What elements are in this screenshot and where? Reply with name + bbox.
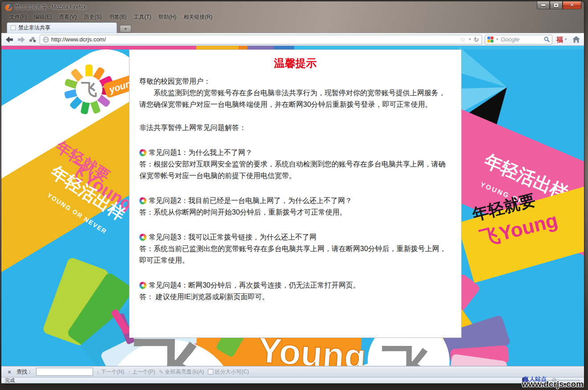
notice-greeting: 尊敬的校园宽带用户： xyxy=(139,76,451,87)
svg-text:飞: 飞 xyxy=(382,340,435,366)
menu-item-bookmarks[interactable]: 书签(B) xyxy=(105,12,130,22)
menu-item-tools[interactable]: 工具(T) xyxy=(130,12,154,22)
url-dropdown-icon[interactable]: ▼ xyxy=(468,38,471,41)
home-button[interactable] xyxy=(572,35,580,44)
match-case-checkbox[interactable]: 区分大小写(C) xyxy=(208,368,249,376)
down-arrow-icon: ↓ xyxy=(97,369,100,375)
faq-answer: 答：系统从你断网的时间开始30分钟后，重新拨号才可正常使用。 xyxy=(139,207,451,218)
find-next-button[interactable]: ↓ 下一个(N) xyxy=(97,368,124,376)
svg-text:飞: 飞 xyxy=(81,80,97,98)
notice-panel: 温馨提示 尊敬的校园宽带用户： 系统监测到您的宽带账号存在多台电脑非法共享行为，… xyxy=(129,49,462,338)
menu-item-help[interactable]: 帮助(H) xyxy=(155,12,180,22)
reload-icon[interactable]: ↻ xyxy=(474,37,479,43)
find-previous-button[interactable]: ↑ 上一个(P) xyxy=(128,368,155,376)
faq-answer: 答： 建议使用IE浏览器或刷新页面即可。 xyxy=(139,291,451,303)
search-icon[interactable] xyxy=(544,37,550,42)
faq-item: 常见问题1：为什么我上不了网？ 答：根据公安部对互联网安全监管的要求，系统自动检… xyxy=(139,147,451,182)
pinwheel-bullet-icon xyxy=(139,149,146,156)
faq-question: 常见问题2：我目前已经是一台电脑上网了，为什么还上不了网？ xyxy=(149,195,352,207)
search-engine-dropdown-icon[interactable]: ▼ xyxy=(495,38,499,41)
fu-addon-button[interactable]: 福 ▼ xyxy=(555,36,569,43)
search-input[interactable] xyxy=(501,36,542,43)
desktop-wallpaper: 禁止非法共享 - Mozilla Firefox ✕ 文件(F) 编辑(E) 查… xyxy=(0,0,588,390)
watermark-url: www.dcrjs.com xyxy=(522,380,584,388)
menu-item-edit[interactable]: 编辑(E) xyxy=(30,12,55,22)
fu-addon-icon: 福 xyxy=(556,36,563,43)
page-viewport: 年轻活出样 YOUNG OR NEVER 年轻就要 飞Young 年轻就要 飞Y… xyxy=(1,46,584,366)
watermark: 私人站点 www.dcrjs.com xyxy=(522,376,584,388)
faq-question: 常见问题1：为什么我上不了网？ xyxy=(149,147,252,158)
forward-button[interactable] xyxy=(16,35,25,44)
search-box[interactable]: ▼ xyxy=(485,35,552,45)
window-minimize-button[interactable] xyxy=(537,1,550,9)
menu-item-file[interactable]: 文件(F) xyxy=(6,12,30,22)
tab-label: 禁止非法共享 xyxy=(18,24,50,32)
tab-strip: 禁止非法共享 + xyxy=(1,22,584,33)
faq-answer: 答：系统当前已监测出您的宽带账号存在多台电脑共享上网，请在断网30分钟后，重新拨… xyxy=(139,243,451,266)
window-close-button[interactable]: ✕ xyxy=(563,1,581,9)
firefox-icon xyxy=(5,4,12,11)
faq-question: 常见问题3：我可以正常拨号链接，为什么还上不了网 xyxy=(149,232,316,243)
navigation-toolbar: http://www.dcrjs.com/ ☆ ▼ ↻ ▼ xyxy=(1,33,584,46)
notice-title: 温馨提示 xyxy=(139,56,451,70)
window-controls: ✕ xyxy=(537,1,581,9)
title-bar: 禁止非法共享 - Mozilla Firefox ✕ xyxy=(1,1,584,12)
tab-active[interactable]: 禁止非法共享 xyxy=(7,22,117,33)
faq-item: 常见问题2：我目前已经是一台电脑上网了，为什么还上不了网？ 答：系统从你断网的时… xyxy=(139,195,451,218)
menu-bar: 文件(F) 编辑(E) 查看(V) 历史(S) 书签(B) 工具(T) 帮助(H… xyxy=(1,12,584,22)
menu-item-related-links[interactable]: 相关链接(R) xyxy=(180,12,216,22)
status-bar: 完成 a ⊘ xyxy=(1,377,584,383)
highlight-all-button[interactable]: ✎ 全部高亮显示(A) xyxy=(159,368,204,376)
back-button[interactable] xyxy=(5,35,14,44)
faq-question: 常见问题4：断网30分钟后，再次拨号连接，仍无法正常打开网页。 xyxy=(149,280,360,291)
findbar-close-icon[interactable]: × xyxy=(6,369,13,375)
find-bar: × 查找： ↓ 下一个(N) ↑ 上一个(P) ✎ 全部高亮显示(A) 区分大小… xyxy=(1,366,584,377)
globe-icon xyxy=(43,37,49,43)
bookmark-star-icon[interactable]: ☆ xyxy=(460,36,466,43)
google-logo-icon xyxy=(487,37,494,43)
menu-item-history[interactable]: 历史(S) xyxy=(80,12,105,22)
checkbox-icon[interactable] xyxy=(208,369,213,374)
window-maximize-button[interactable] xyxy=(550,1,563,9)
pinwheel-bullet-icon xyxy=(139,234,146,241)
faq-item: 常见问题4：断网30分钟后，再次拨号连接，仍无法正常打开网页。 答： 建议使用I… xyxy=(139,280,451,303)
window-title: 禁止非法共享 - Mozilla Firefox xyxy=(15,4,86,11)
find-input[interactable] xyxy=(36,368,93,376)
url-text[interactable]: http://www.dcrjs.com/ xyxy=(51,36,458,43)
pinwheel-bullet-icon xyxy=(139,197,146,204)
find-label: 查找： xyxy=(16,368,32,376)
fu-dropdown-icon: ▼ xyxy=(564,38,568,41)
addon-icon[interactable] xyxy=(28,35,37,44)
status-text: 完成 xyxy=(5,377,15,384)
faq-heading: 非法共享暂停上网常见问题解答： xyxy=(139,122,451,134)
highlighter-icon: ✎ xyxy=(159,369,164,375)
firefox-window: 禁止非法共享 - Mozilla Firefox ✕ 文件(F) 编辑(E) 查… xyxy=(1,1,584,384)
pinwheel-bullet-icon xyxy=(139,282,146,289)
up-arrow-icon: ↑ xyxy=(128,369,131,375)
faq-item: 常见问题3：我可以正常拨号链接，为什么还上不了网 答：系统当前已监测出您的宽带账… xyxy=(139,232,451,266)
new-tab-button[interactable]: + xyxy=(120,25,131,32)
faq-answer: 答：根据公安部对互联网安全监管的要求，系统自动检测到您的账号存在多台电脑共享上网… xyxy=(139,158,451,182)
top-color-strip xyxy=(1,46,584,49)
notice-intro: 系统监测到您的宽带账号存在多台电脑非法共享行为，现暂停对你的宽带账号提供上网服务… xyxy=(139,87,451,110)
url-bar[interactable]: http://www.dcrjs.com/ ☆ ▼ ↻ xyxy=(40,35,482,45)
menu-item-view[interactable]: 查看(V) xyxy=(55,12,80,22)
tab-favicon-placeholder-icon xyxy=(11,25,16,30)
